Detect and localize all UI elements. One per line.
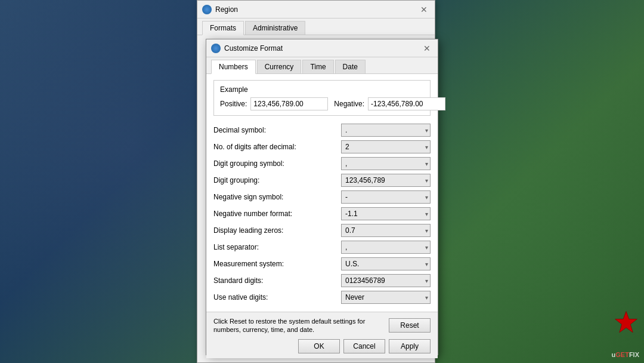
control-list-separator: , <box>341 239 431 256</box>
control-use-native-digits: Never <box>341 289 431 306</box>
dropdown-digits-after-decimal[interactable]: 2 <box>341 140 431 153</box>
control-negative-number-format: -1.1 <box>341 205 431 222</box>
cancel-button[interactable]: Cancel <box>343 339 385 353</box>
negative-label: Negative: <box>334 100 364 108</box>
watermark-fix: FIX <box>629 351 639 358</box>
control-digit-grouping-symbol: , <box>341 155 431 172</box>
positive-label: Positive: <box>220 100 247 108</box>
control-negative-sign: - <box>341 189 431 205</box>
dropdown-wrapper-decimal-symbol: . <box>341 124 431 137</box>
label-negative-sign: Negative sign symbol: <box>213 189 341 205</box>
customize-title: Customize Format <box>224 44 421 53</box>
label-measurement-system: Measurement system: <box>213 256 341 272</box>
control-digits-after-decimal: 2 <box>341 139 431 155</box>
region-icon <box>202 5 212 14</box>
dropdown-wrapper-negative-number-format: -1.1 <box>341 207 431 220</box>
label-standard-digits: Standard digits: <box>213 272 341 289</box>
example-section: Example Positive: Negative: <box>213 80 431 116</box>
dropdown-wrapper-digits-after-decimal: 2 <box>341 140 431 153</box>
tab-date[interactable]: Date <box>335 60 366 73</box>
control-decimal-symbol: . <box>341 122 431 139</box>
settings-grid: Decimal symbol: . No. of digits after de… <box>213 122 431 306</box>
control-standard-digits: 0123456789 <box>341 272 431 289</box>
region-close-button[interactable]: ✕ <box>418 4 430 16</box>
svg-marker-0 <box>615 312 637 333</box>
red-star-annotation <box>614 310 638 334</box>
bottom-section: Click Reset to restore the system defaul… <box>206 312 438 358</box>
label-digits-after-decimal: No. of digits after decimal: <box>213 139 341 155</box>
dropdown-wrapper-digit-grouping: 123,456,789 <box>341 174 431 187</box>
region-tab-formats[interactable]: Formats <box>202 21 244 35</box>
control-measurement-system: U.S. <box>341 256 431 272</box>
apply-button[interactable]: Apply <box>389 339 431 353</box>
region-tab-administrative[interactable]: Administrative <box>245 21 305 35</box>
customize-dialog: Customize Format ✕ Numbers Currency Time… <box>206 39 438 355</box>
customize-close-button[interactable]: ✕ <box>421 42 433 54</box>
label-decimal-symbol: Decimal symbol: <box>213 122 341 139</box>
tab-currency[interactable]: Currency <box>257 60 302 73</box>
label-display-leading-zeros: Display leading zeros: <box>213 222 341 239</box>
region-title: Region <box>215 5 418 14</box>
region-titlebar: Region ✕ <box>197 1 435 19</box>
negative-value[interactable] <box>368 97 445 110</box>
ok-button[interactable]: OK <box>298 339 340 353</box>
reset-button[interactable]: Reset <box>389 318 431 333</box>
example-row: Positive: Negative: <box>220 97 424 110</box>
label-digit-grouping: Digit grouping: <box>213 172 341 189</box>
reset-text: Click Reset to restore the system defaul… <box>213 317 383 334</box>
control-digit-grouping: 123,456,789 <box>341 172 431 189</box>
dropdown-wrapper-standard-digits: 0123456789 <box>341 274 431 287</box>
action-buttons: OK Cancel Apply <box>213 339 431 353</box>
label-negative-number-format: Negative number format: <box>213 205 341 222</box>
positive-field-group: Positive: <box>220 97 328 110</box>
customize-tabs: Numbers Currency Time Date <box>206 57 438 74</box>
customize-body: Example Positive: Negative: Decimal symb… <box>206 74 438 312</box>
dropdown-digit-grouping-symbol[interactable]: , <box>341 157 431 170</box>
dropdown-wrapper-negative-sign: - <box>341 190 431 204</box>
tab-time[interactable]: Time <box>302 60 333 73</box>
dropdown-wrapper-measurement-system: U.S. <box>341 257 431 270</box>
dropdown-wrapper-display-leading-zeros: 0.7 <box>341 224 431 237</box>
dropdown-list-separator[interactable]: , <box>341 241 431 254</box>
dropdown-negative-sign[interactable]: - <box>341 190 431 204</box>
reset-row: Click Reset to restore the system defaul… <box>213 317 431 334</box>
dropdown-wrapper-list-separator: , <box>341 241 431 254</box>
dropdown-use-native-digits[interactable]: Never <box>341 291 431 304</box>
label-digit-grouping-symbol: Digit grouping symbol: <box>213 155 341 172</box>
dropdown-measurement-system[interactable]: U.S. <box>341 257 431 270</box>
watermark: uGETFIX <box>612 351 639 358</box>
dropdown-display-leading-zeros[interactable]: 0.7 <box>341 224 431 237</box>
region-tabs: Formats Administrative <box>197 19 435 35</box>
dropdown-decimal-symbol[interactable]: . <box>341 124 431 137</box>
dropdown-digit-grouping[interactable]: 123,456,789 <box>341 174 431 187</box>
dropdown-wrapper-digit-grouping-symbol: , <box>341 157 431 170</box>
example-label: Example <box>220 85 424 94</box>
customize-icon <box>211 44 221 53</box>
positive-value[interactable] <box>250 97 328 110</box>
tab-numbers[interactable]: Numbers <box>211 60 256 74</box>
dropdown-negative-number-format[interactable]: -1.1 <box>341 207 431 220</box>
label-list-separator: List separator: <box>213 239 341 256</box>
label-use-native-digits: Use native digits: <box>213 289 341 306</box>
negative-field-group: Negative: <box>334 97 445 110</box>
dropdown-standard-digits[interactable]: 0123456789 <box>341 274 431 287</box>
dropdown-wrapper-use-native-digits: Never <box>341 291 431 304</box>
watermark-g: GET <box>615 351 629 358</box>
customize-titlebar: Customize Format ✕ <box>206 39 438 57</box>
control-display-leading-zeros: 0.7 <box>341 222 431 239</box>
